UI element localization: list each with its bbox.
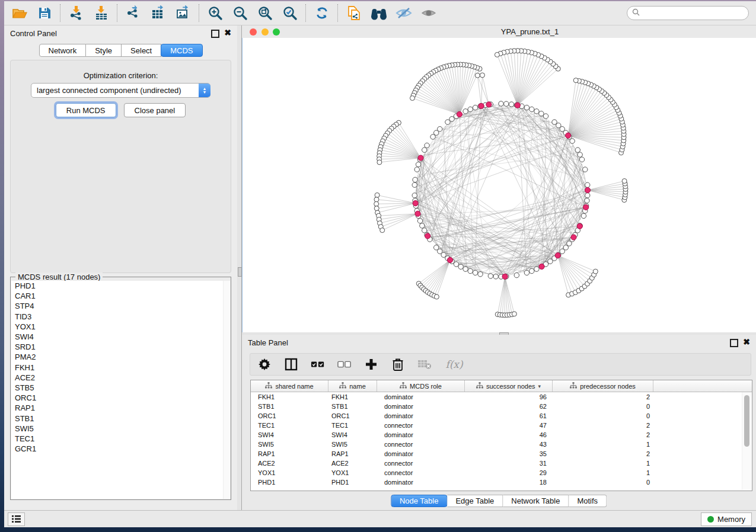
float-table-panel-icon[interactable] (730, 339, 738, 347)
delete-icon[interactable] (391, 357, 405, 371)
result-item[interactable]: SWI5 (11, 424, 230, 434)
network-leaf-node[interactable] (374, 206, 379, 211)
zoom-selected-icon[interactable] (282, 5, 298, 21)
network-node[interactable] (529, 268, 534, 273)
network-node[interactable] (514, 273, 519, 277)
vertical-splitter[interactable] (237, 25, 242, 511)
zoom-fit-icon[interactable] (257, 5, 273, 21)
table-row[interactable]: SWI4SWI4dominator462 (251, 430, 752, 440)
tab-mcds[interactable]: MCDS (161, 44, 202, 57)
column-header-successor-nodes[interactable]: successor nodes▾ (465, 380, 553, 392)
mcds-hub-node[interactable] (555, 253, 560, 258)
export-image-icon[interactable] (175, 5, 192, 21)
tab-select[interactable]: Select (122, 44, 161, 57)
mcds-hub-node[interactable] (502, 274, 508, 279)
close-panel-button[interactable]: Close panel (124, 103, 186, 117)
result-item[interactable]: TID3 (11, 312, 230, 322)
network-leaf-node[interactable] (434, 294, 439, 299)
import-table-icon[interactable] (93, 5, 110, 21)
search-input[interactable] (640, 8, 744, 18)
network-node[interactable] (412, 182, 417, 187)
network-node[interactable] (473, 105, 477, 110)
network-node[interactable] (425, 143, 429, 148)
network-node[interactable] (430, 134, 435, 139)
network-node[interactable] (570, 139, 575, 143)
tab-style[interactable]: Style (86, 44, 122, 57)
table-row[interactable]: FKH1FKH1dominator962 (251, 392, 752, 402)
zoom-in-icon[interactable] (207, 5, 224, 21)
float-panel-icon[interactable] (211, 30, 219, 38)
maximize-window-icon[interactable] (273, 28, 280, 36)
result-item[interactable]: SRD1 (11, 342, 230, 352)
tab-edge-table[interactable]: Edge Table (447, 495, 503, 507)
columns-icon[interactable] (284, 357, 298, 371)
network-node[interactable] (468, 107, 473, 111)
network-node[interactable] (478, 272, 483, 277)
network-leaf-node[interactable] (374, 201, 379, 206)
network-node[interactable] (567, 241, 572, 246)
network-leaf-node[interactable] (593, 269, 598, 274)
network-node[interactable] (417, 219, 422, 223)
mcds-hub-node[interactable] (447, 257, 452, 262)
search-box[interactable] (627, 6, 749, 20)
result-item[interactable]: STP4 (11, 301, 230, 311)
network-node[interactable] (585, 182, 590, 187)
select-all-icon[interactable] (311, 357, 325, 371)
network-leaf-node[interactable] (410, 96, 414, 101)
column-header-name[interactable]: name (328, 380, 377, 392)
network-leaf-node[interactable] (375, 193, 379, 197)
network-canvas[interactable] (242, 38, 756, 332)
network-node[interactable] (413, 177, 417, 182)
network-node[interactable] (412, 193, 417, 198)
network-node[interactable] (581, 213, 586, 218)
import-network-icon[interactable] (68, 5, 85, 21)
result-item[interactable]: YOX1 (11, 322, 230, 332)
result-item[interactable]: TEC1 (11, 434, 230, 444)
network-node[interactable] (499, 101, 503, 106)
clone-network-icon[interactable] (346, 5, 362, 21)
tab-node-table[interactable]: Node Table (391, 495, 448, 507)
mcds-hub-node[interactable] (415, 211, 420, 216)
network-node[interactable] (575, 148, 580, 152)
mcds-hub-node[interactable] (479, 103, 484, 108)
hide-selected-icon[interactable] (395, 5, 412, 21)
network-node[interactable] (493, 274, 498, 279)
network-node[interactable] (529, 107, 534, 111)
table-row[interactable]: STB1STB1dominator620 (251, 402, 752, 411)
network-node[interactable] (420, 223, 425, 228)
result-item[interactable]: GCR1 (11, 444, 230, 454)
run-mcds-button[interactable]: Run MCDS (56, 103, 116, 117)
network-node[interactable] (578, 152, 582, 157)
network-node[interactable] (454, 262, 458, 267)
network-node[interactable] (585, 198, 589, 203)
network-node[interactable] (463, 109, 468, 114)
refresh-icon[interactable] (314, 5, 330, 21)
show-panels-button[interactable] (8, 512, 25, 526)
network-node[interactable] (534, 267, 539, 271)
mcds-hub-node[interactable] (566, 133, 571, 138)
first-neighbors-icon[interactable] (371, 5, 387, 21)
network-leaf-node[interactable] (512, 312, 516, 316)
export-table-icon[interactable] (150, 5, 167, 21)
network-node[interactable] (473, 270, 477, 275)
tab-network-table[interactable]: Network Table (503, 495, 569, 507)
network-leaf-node[interactable] (495, 52, 499, 57)
result-scrollbar[interactable] (223, 281, 230, 499)
network-node[interactable] (548, 259, 553, 264)
mcds-result-list[interactable]: PHD1CAR1STP4TID3YOX1SWI4SRD1PMA2FKH1ACE2… (11, 281, 230, 499)
result-item[interactable]: STB1 (11, 413, 230, 423)
mcds-hub-node[interactable] (413, 200, 418, 206)
table-scrollbar-thumb[interactable] (744, 395, 749, 447)
mcds-hub-node[interactable] (486, 102, 492, 107)
network-node[interactable] (422, 148, 427, 152)
result-item[interactable]: CAR1 (11, 291, 230, 301)
network-node[interactable] (416, 162, 420, 166)
mcds-hub-node[interactable] (457, 111, 462, 117)
network-node[interactable] (488, 274, 493, 278)
network-node[interactable] (463, 267, 468, 271)
network-leaf-node[interactable] (475, 73, 480, 78)
table-row[interactable]: YOX1YOX1connector291 (251, 468, 752, 477)
result-item[interactable]: PHD1 (11, 281, 230, 291)
result-item[interactable]: PMA2 (11, 352, 230, 362)
network-node[interactable] (583, 167, 588, 172)
